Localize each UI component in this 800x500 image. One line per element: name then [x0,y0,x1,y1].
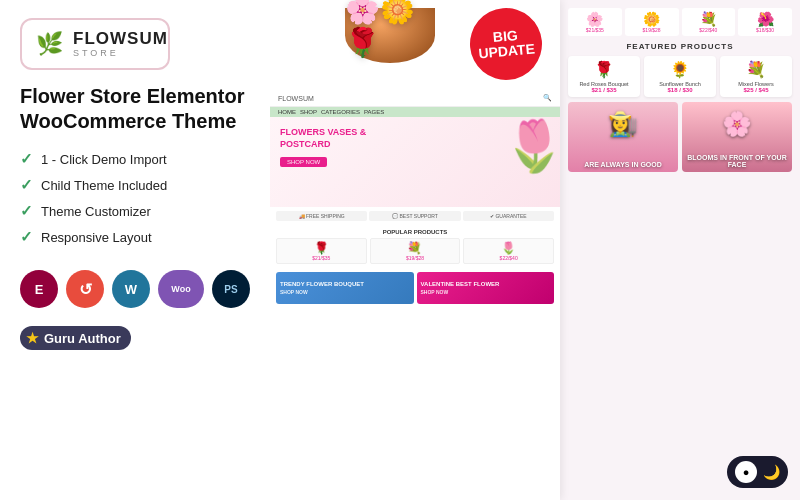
check-icon-4: ✓ [20,228,33,246]
hanging-basket: 🌸🌼🌹 [330,0,450,90]
big-update-line2: UPDATE [478,42,536,62]
site-logo-mini: FLOWSUM [278,95,314,102]
author-row: ★ Guru Author [20,326,250,350]
check-icon-3: ✓ [20,202,33,220]
hero-btn: SHOP NOW [280,157,327,167]
lifestyle-emoji-2: 🌸 [722,110,752,138]
left-panel: 🌿 FLOWSUM STORE Flower Store Elementor W… [0,0,270,500]
site-header-mockup: FLOWSUM 🔍 [270,90,560,107]
toggle-knob: ● [735,461,757,483]
site-hero-mockup: FLOWERS VASES & POSTCARD SHOP NOW 🌷 [270,117,560,207]
check-icon-1: ✓ [20,150,33,168]
right-panel: BIG UPDATE 🌸🌼🌹 FLOWSUM 🔍 HOME SHOP CATEG… [270,0,800,500]
woocommerce-badge: Woo [158,270,204,308]
product-emoji-1: 🌹 [279,241,364,255]
top-flower-3: 💐 $22/$40 [682,8,736,36]
feature-item-2: ✓ Child Theme Included [20,176,250,194]
featured-products-grid: 🌹 Red Roses Bouquet $21 / $35 🌻 Sunflowe… [568,56,792,97]
preview-right: 🌸 $21/$35 🌼 $19/$28 💐 $22/$40 🌺 $18/$30 [560,0,800,500]
product-price-3: $22/$40 [466,255,551,261]
product-emoji-3: 🌷 [466,241,551,255]
basket-bowl: 🌸🌼🌹 [345,8,435,63]
top-flower-4: 🌺 $18/$30 [738,8,792,36]
promo-banner-1: TRENDY FLOWER BOUQUET SHOP NOW [276,272,414,304]
promo-1-btn: SHOP NOW [280,289,410,295]
features-list: ✓ 1 - Click Demo Import ✓ Child Theme In… [20,150,250,254]
lifestyle-emoji-1: 👩‍🌾 [608,110,638,138]
logo-main-text: FLOWSUM [73,30,168,47]
products-row: POPULAR PRODUCTS 🌹 $21/$35 💐 $19/$28 🌷 $… [270,225,560,268]
popular-products-label: POPULAR PRODUCTS [276,229,554,235]
promo-banner-2: VALENTINE BEST FLOWER SHOP NOW [417,272,555,304]
lifestyle-text-2: BLOOMS IN FRONT OF YOUR FACE [686,154,788,168]
basket-flowers-emoji: 🌸🌼🌹 [345,0,435,59]
feature-chip-1: 🚚 FREE SHIPPING [276,211,367,221]
guru-author-badge: ★ Guru Author [20,326,131,350]
lifestyle-img-1: 👩‍🌾 ARE ALWAYS IN GOOD [568,102,678,172]
product-card-1: 🌹 $21/$35 [276,238,367,264]
hero-text: FLOWERS VASES & POSTCARD [280,127,380,150]
star-icon: ★ [26,330,39,346]
top-flower-2: 🌼 $19/$28 [625,8,679,36]
product-price-2: $19/$28 [373,255,458,261]
promo-1-text: TRENDY FLOWER BOUQUET [280,281,410,287]
promo-banners: TRENDY FLOWER BOUQUET SHOP NOW VALENTINE… [270,268,560,308]
photoshop-badge: PS [212,270,250,308]
product-card-3: 🌷 $22/$40 [463,238,554,264]
site-nav-mockup: HOME SHOP CATEGORIES PAGES [270,107,560,117]
hero-flower-emoji: 🌷 [503,117,560,175]
r-product-2: 🌻 Sunflower Bunch $18 / $30 [644,56,716,97]
feature-chip-3: ✔ GUARANTEE [463,211,554,221]
top-flower-1: 🌸 $21/$35 [568,8,622,36]
logo-sub-text: STORE [73,48,168,58]
product-price-1: $21/$35 [279,255,364,261]
tech-icons-row: E ↺ W Woo PS [20,270,250,308]
lifestyle-images: 👩‍🌾 ARE ALWAYS IN GOOD 🌸 BLOOMS IN FRONT… [568,102,792,172]
r-product-3: 💐 Mixed Flowers $25 / $45 [720,56,792,97]
guru-label: Guru Author [44,331,121,346]
features-chips-row: 🚚 FREE SHIPPING 💬 BEST SUPPORT ✔ GUARANT… [270,207,560,225]
preview-right-inner: 🌸 $21/$35 🌼 $19/$28 💐 $22/$40 🌺 $18/$30 [560,0,800,500]
feature-item-3: ✓ Theme Customizer [20,202,250,220]
feature-item-1: ✓ 1 - Click Demo Import [20,150,250,168]
theme-toggle[interactable]: ● 🌙 [727,456,788,488]
preview-container: BIG UPDATE 🌸🌼🌹 FLOWSUM 🔍 HOME SHOP CATEG… [270,0,800,500]
top-flowers-strip: 🌸 $21/$35 🌼 $19/$28 💐 $22/$40 🌺 $18/$30 [568,8,792,36]
revolution-badge: ↺ [66,270,104,308]
featured-products-title: FEATURED PRODUCTS [568,42,792,51]
lifestyle-img-2: 🌸 BLOOMS IN FRONT OF YOUR FACE [682,102,792,172]
r-product-1: 🌹 Red Roses Bouquet $21 / $35 [568,56,640,97]
wordpress-badge: W [112,270,150,308]
promo-2-btn: SHOP NOW [421,289,551,295]
check-icon-2: ✓ [20,176,33,194]
product-card-2: 💐 $19/$28 [370,238,461,264]
promo-2-text: VALENTINE BEST FLOWER [421,281,551,287]
elementor-badge: E [20,270,58,308]
feature-item-4: ✓ Responsive Layout [20,228,250,246]
logo-box: 🌿 FLOWSUM STORE [20,18,170,70]
site-search-mini: 🔍 [543,94,552,102]
lifestyle-text-1: ARE ALWAYS IN GOOD [584,161,662,168]
logo-text: FLOWSUM STORE [73,30,168,58]
logo-flower-icon: 🌿 [36,31,63,57]
product-emoji-2: 💐 [373,241,458,255]
theme-title: Flower Store Elementor WooCommerce Theme [20,84,250,134]
moon-icon: 🌙 [763,464,780,480]
products-grid: 🌹 $21/$35 💐 $19/$28 🌷 $22/$40 [276,238,554,264]
feature-chip-2: 💬 BEST SUPPORT [369,211,460,221]
